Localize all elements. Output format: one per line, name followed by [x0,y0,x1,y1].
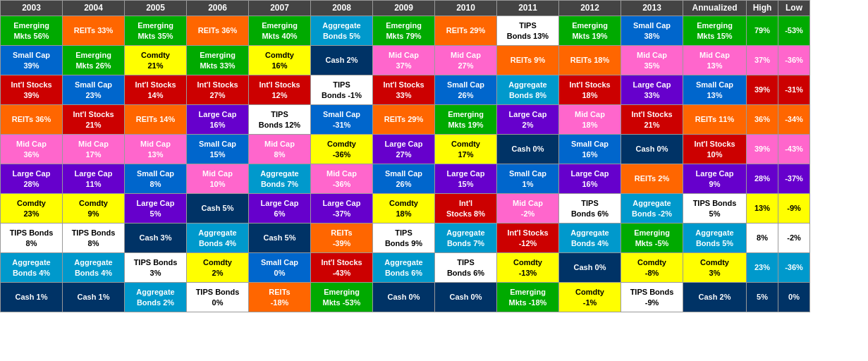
header-2005: 2005 [125,1,187,16]
header-2010: 2010 [435,1,497,16]
cell-r1-c13: -36% [778,46,810,75]
cell-r5-c3: Mid Cap 10% [187,164,249,194]
cell-r4-c10: Cash 0% [621,135,683,164]
header-low: Low [778,1,810,16]
cell-r1-c2: Comdty 21% [125,46,187,75]
cell-r9-c13: 0% [778,283,810,312]
header-2011: 2011 [497,1,559,16]
cell-r0-c4: Emerging Mkts 40% [249,16,311,46]
cell-r4-c3: Small Cap 15% [187,135,249,164]
cell-r7-c2: Cash 3% [125,224,187,253]
cell-r0-c9: Emerging Mkts 19% [559,16,621,46]
cell-r5-c8: Small Cap 1% [497,164,559,194]
cell-r7-c8: Int'l Stocks -12% [497,224,559,253]
cell-r8-c13: -36% [778,253,810,283]
cell-r2-c3: Int'l Stocks 27% [187,75,249,105]
cell-r7-c0: TIPS Bonds 8% [1,224,63,253]
cell-r5-c4: Aggregate Bonds 7% [249,164,311,194]
cell-r2-c9: Int'l Stocks 18% [559,75,621,105]
cell-r5-c5: Mid Cap -36% [311,164,373,194]
cell-r6-c2: Large Cap 5% [125,194,187,224]
cell-r1-c8: REITs 9% [497,46,559,75]
cell-r3-c13: -34% [778,105,810,135]
cell-r3-c7: Emerging Mkts 19% [435,105,497,135]
cell-r4-c12: 39% [747,135,778,164]
cell-r7-c11: Aggregate Bonds 5% [683,224,747,253]
cell-r2-c13: -31% [778,75,810,105]
cell-r0-c10: Small Cap 38% [621,16,683,46]
cell-r6-c7: Int'l Stocks 8% [435,194,497,224]
cell-r7-c6: TIPS Bonds 9% [373,224,435,253]
cell-r7-c9: Aggregate Bonds 4% [559,224,621,253]
cell-r0-c8: TIPS Bonds 13% [497,16,559,46]
cell-r6-c0: Comdty 23% [1,194,63,224]
header-2007: 2007 [249,1,311,16]
cell-r9-c11: Cash 2% [683,283,747,312]
cell-r7-c7: Aggregate Bonds 7% [435,224,497,253]
cell-r5-c7: Large Cap 15% [435,164,497,194]
main-table-container: 2003 2004 2005 2006 2007 2008 2009 2010 … [0,0,810,312]
cell-r9-c3: TIPS Bonds 0% [187,283,249,312]
cell-r4-c4: Mid Cap 8% [249,135,311,164]
cell-r0-c7: REITs 29% [435,16,497,46]
cell-r7-c10: Emerging Mkts -5% [621,224,683,253]
cell-r4-c9: Small Cap 16% [559,135,621,164]
cell-r6-c6: Comdty 18% [373,194,435,224]
cell-r8-c4: Small Cap 0% [249,253,311,283]
cell-r9-c1: Cash 1% [63,283,125,312]
cell-r5-c12: 28% [747,164,778,194]
cell-r4-c7: Comdty 17% [435,135,497,164]
cell-r8-c7: TIPS Bonds 6% [435,253,497,283]
cell-r3-c3: Large Cap 16% [187,105,249,135]
cell-r1-c7: Mid Cap 27% [435,46,497,75]
cell-r8-c0: Aggregate Bonds 4% [1,253,63,283]
cell-r6-c10: Aggregate Bonds -2% [621,194,683,224]
cell-r1-c1: Emerging Mkts 26% [63,46,125,75]
cell-r9-c10: TIPS Bonds -9% [621,283,683,312]
cell-r7-c13: -2% [778,224,810,253]
cell-r1-c0: Small Cap 39% [1,46,63,75]
cell-r6-c1: Comdty 9% [63,194,125,224]
cell-r4-c6: Large Cap 27% [373,135,435,164]
cell-r1-c12: 37% [747,46,778,75]
header-2013: 2013 [621,1,683,16]
cell-r4-c8: Cash 0% [497,135,559,164]
cell-r9-c9: Comdty -1% [559,283,621,312]
cell-r5-c6: Small Cap 26% [373,164,435,194]
cell-r6-c4: Large Cap 6% [249,194,311,224]
cell-r3-c6: REITs 29% [373,105,435,135]
cell-r3-c10: Int'l Stocks 21% [621,105,683,135]
cell-r8-c1: Aggregate Bonds 4% [63,253,125,283]
cell-r9-c5: Emerging Mkts -53% [311,283,373,312]
cell-r6-c13: -9% [778,194,810,224]
cell-r9-c0: Cash 1% [1,283,63,312]
cell-r5-c10: REITs 2% [621,164,683,194]
cell-r3-c1: Int'l Stocks 21% [63,105,125,135]
cell-r2-c2: Int'l Stocks 14% [125,75,187,105]
cell-r9-c7: Cash 0% [435,283,497,312]
cell-r2-c6: Int'l Stocks 33% [373,75,435,105]
cell-r3-c0: REITs 36% [1,105,63,135]
cell-r8-c3: Comdty 2% [187,253,249,283]
header-annualized: Annualized [683,1,747,16]
header-2009: 2009 [373,1,435,16]
header-2003: 2003 [1,1,63,16]
cell-r1-c11: Mid Cap 13% [683,46,747,75]
header-high: High [747,1,778,16]
header-2012: 2012 [559,1,621,16]
cell-r3-c12: 36% [747,105,778,135]
cell-r1-c10: Mid Cap 35% [621,46,683,75]
cell-r0-c1: REITs 33% [63,16,125,46]
cell-r8-c12: 23% [747,253,778,283]
cell-r8-c8: Comdty -13% [497,253,559,283]
cell-r4-c13: -43% [778,135,810,164]
cell-r3-c8: Large Cap 2% [497,105,559,135]
cell-r6-c11: TIPS Bonds 5% [683,194,747,224]
cell-r3-c11: REITs 11% [683,105,747,135]
cell-r0-c11: Emerging Mkts 15% [683,16,747,46]
cell-r6-c9: TIPS Bonds 6% [559,194,621,224]
cell-r6-c5: Large Cap -37% [311,194,373,224]
cell-r7-c5: REITs -39% [311,224,373,253]
header-2008: 2008 [311,1,373,16]
cell-r8-c6: Aggregate Bonds 6% [373,253,435,283]
